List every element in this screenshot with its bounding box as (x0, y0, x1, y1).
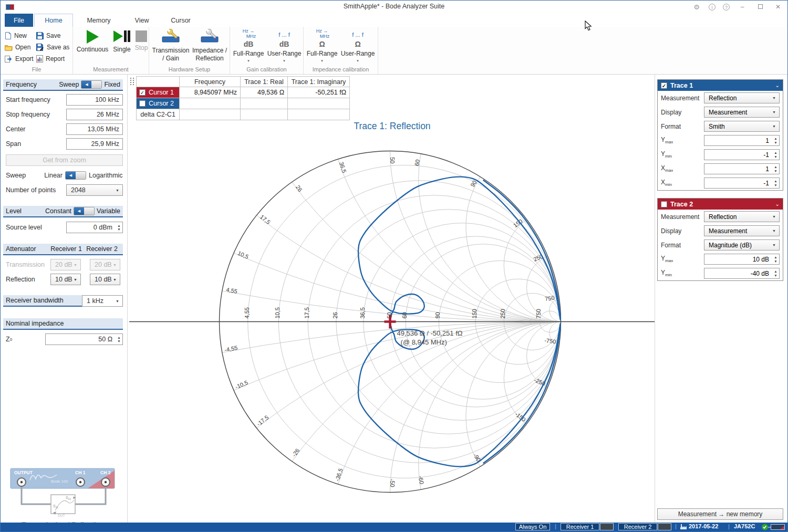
spinner-arrows-icon[interactable]: ▲▼ (772, 137, 779, 144)
trace1-checkbox[interactable] (661, 82, 667, 89)
trace2-ymax-input[interactable]: 10 dB▲▼ (704, 254, 780, 265)
trace1-ymax-input[interactable]: 1▲▼ (704, 135, 780, 146)
span-frequency-input[interactable]: 25,9 MHz (66, 138, 123, 150)
receiver-bandwidth-dropdown[interactable]: 1 kHz▼ (82, 295, 123, 307)
stop-icon (136, 30, 147, 42)
reflection-receiver2-dropdown[interactable]: 10 dB▼ (90, 274, 120, 285)
sweep-fixed-toggle[interactable]: ◀ (81, 80, 102, 89)
impedance-reflection-button[interactable]: Impedance /Reflection (190, 29, 229, 62)
single-button[interactable]: Single (110, 29, 134, 54)
spinner-arrows-icon[interactable]: ▲▼ (772, 179, 779, 187)
center-frequency-input[interactable]: 13,05 MHz (66, 123, 123, 135)
smith-chart: 4,5510,517,52636,55060901502507504,55-4,… (129, 75, 655, 524)
help-icon[interactable]: ? (723, 4, 730, 11)
minimize-button[interactable]: – (737, 3, 748, 11)
linear-log-toggle[interactable]: ◀ (65, 171, 86, 180)
chevron-down-icon[interactable]: ⌄ (775, 201, 780, 207)
source-level-input[interactable]: 0 dBm▲▼ (66, 222, 123, 233)
constant-variable-toggle[interactable]: ◀ (74, 207, 95, 215)
trace2-checkbox[interactable] (661, 201, 667, 207)
spinner-arrows-icon[interactable]: ▲▼ (772, 269, 779, 277)
z0-input[interactable]: 50 Ω▲▼ (45, 333, 123, 345)
trace2-body: MeasurementReflection▼DisplayMeasurement… (658, 210, 783, 280)
gain-userrange-button[interactable]: f ... f dB User-Range ▼ (267, 29, 302, 62)
rim-reactance-label: -26 (291, 447, 300, 458)
trace2-measurement-dropdown[interactable]: Reflection▼ (704, 211, 780, 222)
spinner-arrows-icon[interactable]: ▲▼ (772, 151, 779, 159)
ch1-port-label: CH 1 (75, 470, 86, 475)
trace2-display-dropdown[interactable]: Measurement▼ (704, 225, 780, 236)
trace1-header[interactable]: Trace 1 ⌄ (658, 80, 783, 91)
receiver1-status-button[interactable]: Receiver 1 (561, 523, 599, 530)
spinner-arrows-icon[interactable]: ▲▼ (116, 224, 122, 232)
tab-home[interactable]: Home (34, 14, 73, 27)
chevron-down-icon[interactable]: ▼ (231, 59, 266, 62)
chevron-down-icon[interactable]: ▼ (305, 59, 339, 62)
trace1-format-dropdown[interactable]: Smith▼ (704, 121, 780, 132)
info-icon[interactable]: i (709, 4, 716, 11)
axis-resistance-label: 10,5 (274, 307, 281, 318)
cursor-annotation: (@ 8,945 MHz) (401, 338, 447, 346)
trace2-header[interactable]: Trace 2 ⌄ (658, 199, 783, 210)
report-button[interactable]: Report (36, 53, 69, 65)
trace2-row: MeasurementReflection▼ (658, 210, 783, 224)
continuous-button[interactable]: Continuous (75, 29, 110, 54)
chevron-down-icon[interactable]: ▼ (340, 59, 375, 62)
spinner-arrows-icon[interactable]: ▲▼ (772, 165, 779, 173)
receiver2-status-button[interactable]: Receiver 2 (618, 523, 657, 530)
stop-frequency-input[interactable]: 26 MHz (66, 109, 123, 120)
chevron-down-icon: ▼ (772, 243, 779, 247)
tab-file[interactable]: File (5, 14, 33, 27)
save-as-button[interactable]: Save as (36, 41, 69, 53)
field-label: Display (661, 227, 704, 235)
trace1-body: MeasurementReflection▼DisplayMeasurement… (658, 91, 783, 190)
attenuator-section-header: Attenuator Receiver 1 Receiver 2 (3, 244, 123, 255)
close-button[interactable]: ✕ (773, 3, 783, 11)
tab-cursor[interactable]: Cursor (164, 14, 197, 27)
number-of-points-dropdown[interactable]: 2048▼ (66, 184, 123, 196)
spinner-arrows-icon[interactable]: ▲▼ (772, 255, 779, 263)
trace1-display-dropdown[interactable]: Measurement▼ (704, 107, 780, 118)
tab-memory[interactable]: Memory (80, 14, 117, 27)
spinner-arrows-icon[interactable]: ▲▼ (116, 336, 122, 343)
field-label: Ymin (661, 269, 704, 277)
impedance-fullrange-button[interactable]: Hz →MHz Ω Full-Range ▼ (305, 29, 339, 62)
stop-frequency-label: Stop frequency (6, 109, 50, 120)
sweep-label: Sweep (6, 172, 26, 179)
gain-fullrange-button[interactable]: Hz →MHz dB Full-Range ▼ (231, 29, 266, 62)
export-button[interactable]: Export (5, 53, 34, 65)
reflection-receiver1-dropdown[interactable]: 10 dB▼ (50, 274, 81, 285)
chevron-down-icon[interactable]: ▼ (267, 59, 302, 62)
transmission-gain-button[interactable]: Transmission/ Gain (151, 29, 190, 62)
rim-reactance-label: 4,55 (226, 286, 238, 295)
chevron-down-icon: ▼ (772, 110, 779, 114)
always-on-button[interactable]: Always On (515, 523, 550, 530)
open-button[interactable]: Open (5, 41, 34, 53)
device-name-label: Bode 100 (51, 479, 68, 484)
rim-reactance-label: 60 (413, 159, 421, 166)
titlebar: SmithApple* - Bode Analyzer Suite ⚙ i ? … (1, 1, 787, 14)
trace1-xmax-input[interactable]: 1▲▼ (704, 163, 780, 174)
measurement-to-memory-button[interactable]: Measurement → new memory (657, 508, 783, 520)
new-button[interactable]: New (5, 30, 34, 41)
trace1-measurement-dropdown[interactable]: Reflection▼ (704, 92, 780, 103)
rim-reactance-label: 17,5 (259, 213, 272, 225)
reflection-attenuator-label: Reflection (6, 274, 35, 285)
output-port-label: OUTPUT (14, 470, 33, 475)
chevron-down-icon[interactable]: ⌄ (775, 82, 780, 88)
save-button[interactable]: Save (36, 30, 69, 41)
field-label: Measurement (661, 213, 704, 221)
trace2-ymin-input[interactable]: -40 dB▲▼ (704, 268, 780, 279)
trace2-format-dropdown[interactable]: Magnitude (dB)▼ (704, 239, 780, 251)
start-frequency-input[interactable]: 100 kHz (66, 94, 123, 106)
axis-resistance-label: 4,55 (244, 307, 250, 318)
trace1-row: Xmin-1▲▼ (658, 176, 783, 190)
settings-gear-icon[interactable]: ⚙ (692, 3, 701, 11)
impedance-userrange-button[interactable]: f ... f Ω User-Range ▼ (340, 29, 375, 62)
toggle-arrow-icon: ◀ (66, 172, 76, 179)
trace1-xmin-input[interactable]: -1▲▼ (704, 178, 780, 189)
trace1-ymin-input[interactable]: -1▲▼ (704, 149, 780, 160)
tab-view[interactable]: View (128, 14, 156, 27)
maximize-button[interactable] (755, 3, 765, 11)
group-caption-hardware: Hardware Setup (149, 66, 230, 72)
